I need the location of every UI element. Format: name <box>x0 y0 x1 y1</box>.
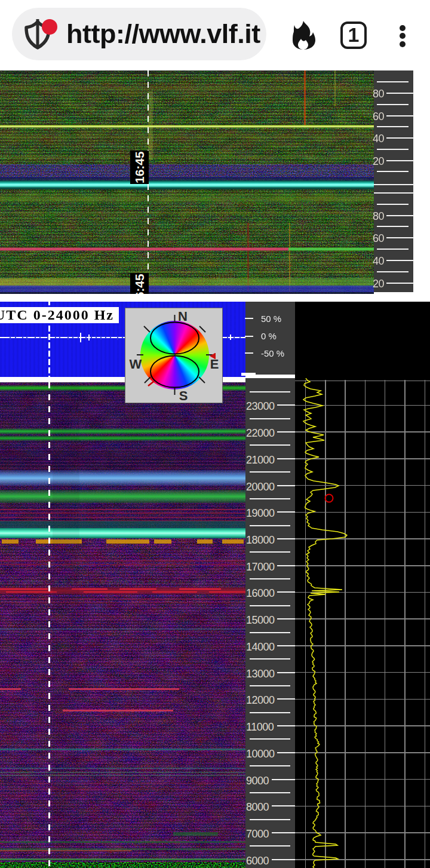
svg-text:W: W <box>130 357 142 372</box>
svg-text:S: S <box>179 388 188 403</box>
svg-text:E: E <box>210 357 219 372</box>
svg-text:N: N <box>178 309 188 324</box>
